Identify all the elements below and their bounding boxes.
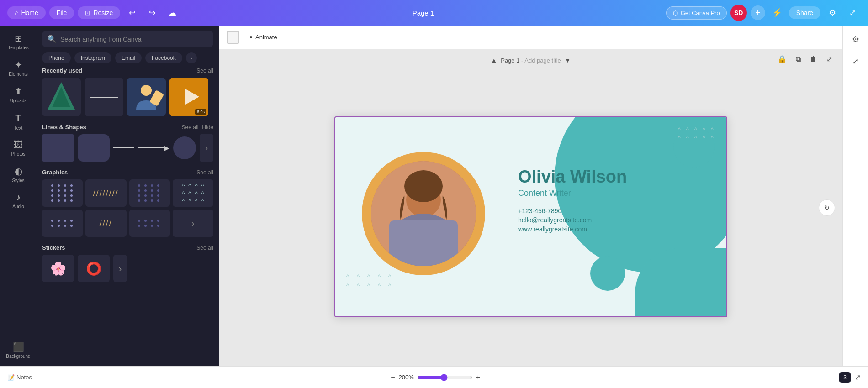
stickers-see-all[interactable]: See all	[196, 245, 213, 251]
resize-button[interactable]: ⊡ Resize	[78, 6, 120, 19]
canva-pro-icon: ⬡	[673, 10, 678, 16]
sticker-1[interactable]: 🌸	[42, 255, 74, 282]
zoom-out-button[interactable]: −	[391, 373, 395, 382]
sidebar-item-audio[interactable]: ♪ Audio	[2, 189, 35, 213]
undo-button[interactable]: ↩	[124, 5, 140, 21]
graphic-4[interactable]: ^^^^ ^^^^ ^^^^	[173, 179, 213, 207]
graphic-2[interactable]: ////////	[85, 179, 126, 207]
page-number-button[interactable]: 3	[839, 372, 851, 383]
color-picker[interactable]	[227, 31, 239, 44]
file-button[interactable]: File	[49, 6, 74, 19]
canva-pro-button[interactable]: ⬡ Get Canva Pro	[666, 6, 727, 20]
person-photo[interactable]	[371, 161, 476, 266]
graphic-1[interactable]	[42, 179, 83, 207]
graphics-see-all[interactable]: See all	[196, 169, 213, 176]
sticker-more[interactable]: ›	[113, 255, 127, 282]
graphic-3[interactable]	[129, 179, 170, 207]
more-options-button[interactable]: ⤢	[824, 53, 835, 65]
recent-item-2[interactable]	[85, 78, 123, 116]
redo-button[interactable]: ↪	[144, 5, 160, 21]
refresh-button[interactable]: ↻	[819, 199, 835, 216]
sidebar-item-background[interactable]: ⬛ Background	[2, 338, 35, 362]
uploads-icon: ⬆	[15, 86, 22, 97]
animate-button[interactable]: ✦ Animate	[245, 32, 281, 42]
graphic-7[interactable]	[129, 210, 170, 237]
line-element[interactable]	[113, 147, 134, 148]
website[interactable]: www.reallygreatsite.com	[518, 225, 627, 233]
filter-email[interactable]: Email	[115, 52, 142, 63]
right-panel-btn-2[interactable]: ⤢	[846, 51, 866, 71]
canvas-toolbar: ✦ Animate	[219, 26, 842, 49]
arrow-element[interactable]: ▶	[138, 144, 169, 152]
settings-button[interactable]: ⚙	[824, 5, 841, 21]
lock-button[interactable]: 🔒	[775, 53, 789, 65]
share-button[interactable]: Share	[789, 6, 820, 19]
activity-button[interactable]: ⚡	[769, 5, 785, 21]
user-avatar[interactable]: SD	[730, 5, 747, 21]
filter-instagram[interactable]: Instagram	[74, 52, 111, 63]
delete-button[interactable]: 🗑	[807, 53, 820, 65]
topbar: ⌂ Home File ⊡ Resize ↩ ↪ ☁ Page 1 ⬡ Get …	[0, 0, 868, 26]
graphic-6[interactable]: ////	[85, 210, 126, 237]
home-button[interactable]: ⌂ Home	[7, 6, 46, 19]
search-icon: 🔍	[48, 35, 57, 43]
expand-button[interactable]: ⤢	[844, 5, 861, 21]
recent-item-3[interactable]	[127, 78, 166, 116]
person-name[interactable]: Olivia Wilson	[518, 168, 627, 187]
cloud-save-button[interactable]: ☁	[164, 5, 180, 21]
shape-rounded[interactable]	[78, 134, 110, 162]
notes-button[interactable]: 📝 Notes	[7, 374, 32, 381]
email[interactable]: hello@reallygreatsite.com	[518, 216, 627, 224]
page-nav-down[interactable]: ▼	[565, 57, 571, 64]
sidebar-item-styles[interactable]: ◐ Styles	[2, 162, 35, 187]
zoom-slider[interactable]	[418, 374, 472, 381]
search-bar: 🔍	[37, 26, 219, 51]
graphics-grid: //////// ^^^^	[42, 179, 213, 237]
design-canvas[interactable]: ^^^^^ ^^^^^	[334, 116, 727, 317]
styles-label: Styles	[12, 178, 24, 183]
cloud-icon: ☁	[168, 8, 176, 18]
graphic-more[interactable]: ›	[173, 210, 213, 237]
page-nav-up[interactable]: ▲	[491, 57, 497, 64]
recently-used-see-all[interactable]: See all	[196, 68, 213, 74]
add-collaborator-button[interactable]: +	[751, 5, 765, 20]
canvas-viewport[interactable]: ▲ Page 1 - Add page title ▼ 🔒 ⧉ 🗑 ⤢	[219, 49, 842, 366]
recent-item-1[interactable]	[42, 78, 81, 116]
sidebar-item-templates[interactable]: ⊞ Templates	[2, 29, 35, 54]
sidebar-item-photos[interactable]: 🖼 Photos	[2, 136, 35, 160]
filter-more[interactable]: ›	[186, 52, 197, 63]
filter-phone[interactable]: Phone	[42, 52, 71, 63]
lines-shapes-section: Lines & Shapes See all Hide ▶	[42, 124, 213, 162]
graphic-5[interactable]	[42, 210, 83, 237]
filter-facebook[interactable]: Facebook	[145, 52, 182, 63]
sidebar-item-elements[interactable]: ✦ Elements	[2, 56, 35, 80]
zoom-display: 200%	[399, 374, 414, 381]
home-icon: ⌂	[15, 9, 18, 16]
home-label: Home	[21, 9, 38, 16]
copy-button[interactable]: ⧉	[793, 53, 804, 65]
sidebar-item-uploads[interactable]: ⬆ Uploads	[2, 82, 35, 107]
bottom-carets: ^^^^^ ^^^^^	[346, 273, 397, 289]
shape-square[interactable]	[42, 134, 74, 162]
fullscreen-button[interactable]: ⤢	[855, 373, 861, 382]
recent-item-4[interactable]: 6.0s	[169, 78, 208, 116]
sidebar-item-text[interactable]: T Text	[2, 109, 35, 134]
zoom-in-button[interactable]: +	[476, 373, 480, 382]
phone[interactable]: +123-456-7890	[518, 207, 627, 215]
shape-circle[interactable]	[173, 136, 196, 159]
sticker-2[interactable]: ⭕	[78, 255, 110, 282]
right-panel: ⚙ ⤢	[842, 26, 868, 366]
document-title: Page 1	[186, 9, 660, 17]
hide-button[interactable]: Hide	[202, 124, 213, 131]
right-panel-btn-1[interactable]: ⚙	[846, 29, 866, 49]
page-title-input[interactable]: Add page title	[524, 57, 561, 64]
bottom-bar: 📝 Notes − 200% + 3 ⤢	[0, 366, 868, 388]
lines-shapes-see-all[interactable]: See all	[182, 124, 199, 131]
bottom-circle	[590, 256, 625, 291]
shapes-more-button[interactable]: ›	[200, 134, 213, 162]
search-input[interactable]	[60, 36, 208, 43]
recently-used-title: Recently used	[42, 67, 82, 74]
templates-label: Templates	[8, 45, 29, 50]
file-label: File	[57, 9, 67, 16]
person-title[interactable]: Content Writer	[518, 189, 627, 198]
